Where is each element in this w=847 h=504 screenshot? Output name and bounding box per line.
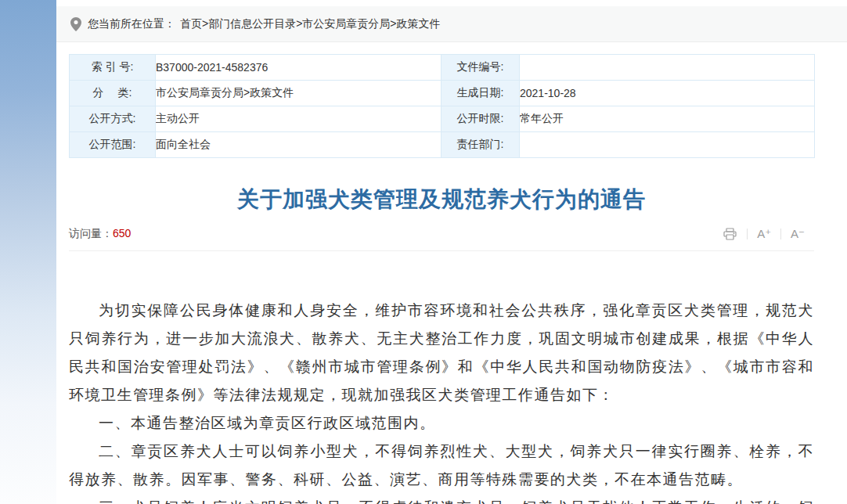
printer-icon <box>723 228 737 240</box>
page-title: 关于加强犬类管理及规范养犬行为的通告 <box>69 185 814 214</box>
meta-value-disclosure-method: 主动公开 <box>156 106 442 132</box>
breadcrumb-path[interactable]: 首页>部门信息公开目录>市公安局章贡分局>政策文件 <box>180 17 441 31</box>
meta-value-disclosure-period: 常年公开 <box>520 106 815 132</box>
article-body: 为切实保障公民身体健康和人身安全，维护市容环境和社会公共秩序，强化章贡区犬类管理… <box>69 251 814 504</box>
meta-label-file-number: 文件编号: <box>442 55 520 81</box>
visit-count-value: 650 <box>113 227 131 239</box>
article-paragraph: 一、本通告整治区域为章贡区行政区域范围内。 <box>69 409 814 437</box>
article-paragraph: 三、犬只饲养人应当文明饲养犬只，不得虐待和遗弃犬只，饲养犬只干扰他人正常工作、生… <box>69 494 814 504</box>
font-increase-button[interactable]: A⁺ <box>748 227 780 241</box>
table-row: 索 引 号: B37000-2021-4582376 文件编号: <box>70 55 815 81</box>
location-pin-icon <box>70 17 81 31</box>
article-paragraph: 二、章贡区养犬人士可以饲养小型犬，不得饲养烈性犬、大型犬，饲养犬只一律实行圈养、… <box>69 437 814 494</box>
table-row: 分 类: 市公安局章贡分局>政策文件 生成日期: 2021-10-28 <box>70 81 815 106</box>
document-meta-table: 索 引 号: B37000-2021-4582376 文件编号: 分 类: 市公… <box>69 54 815 158</box>
meta-label-disclosure-scope: 公开范围: <box>70 132 156 158</box>
meta-value-category: 市公安局章贡分局>政策文件 <box>156 81 442 106</box>
meta-label-created-date: 生成日期: <box>442 81 520 106</box>
meta-value-disclosure-scope: 面向全社会 <box>156 132 442 158</box>
table-row: 公开方式: 主动公开 公开时限: 常年公开 <box>70 106 815 132</box>
meta-value-created-date: 2021-10-28 <box>520 81 815 106</box>
article-toolbar: A⁺ A⁻ <box>714 227 814 241</box>
visit-count-label: 访问量： <box>69 227 113 239</box>
visit-count: 访问量：650 <box>69 227 131 241</box>
meta-value-responsible-dept <box>520 132 815 158</box>
article-paragraph: 为切实保障公民身体健康和人身安全，维护市容环境和社会公共秩序，强化章贡区犬类管理… <box>69 297 814 409</box>
table-row: 公开范围: 面向全社会 责任部门: <box>70 132 815 158</box>
print-button[interactable] <box>714 228 747 240</box>
meta-label-category: 分 类: <box>70 81 156 106</box>
breadcrumb-label: 您当前所在位置： <box>88 17 175 31</box>
meta-value-index-number: B37000-2021-4582376 <box>156 55 442 81</box>
meta-value-file-number <box>520 55 815 81</box>
meta-label-disclosure-method: 公开方式: <box>70 106 156 132</box>
stats-toolbar-row: 访问量：650 A⁺ A⁻ <box>69 227 814 251</box>
meta-label-disclosure-period: 公开时限: <box>442 106 520 132</box>
content-panel: 您当前所在位置： 首页>部门信息公开目录>市公安局章贡分局>政策文件 索 引 号… <box>56 0 847 504</box>
meta-label-index-number: 索 引 号: <box>70 55 156 81</box>
breadcrumb: 您当前所在位置： 首页>部门信息公开目录>市公安局章贡分局>政策文件 <box>56 6 847 42</box>
font-decrease-button[interactable]: A⁻ <box>781 227 814 241</box>
meta-label-responsible-dept: 责任部门: <box>442 132 520 158</box>
